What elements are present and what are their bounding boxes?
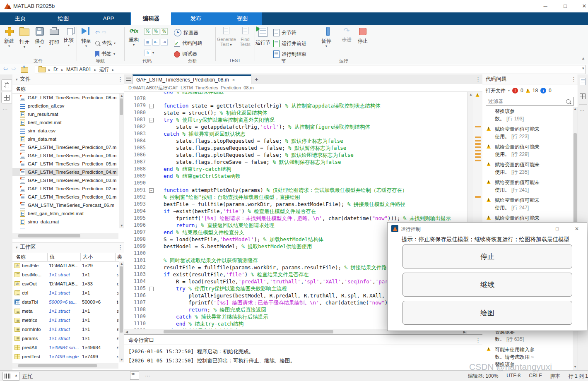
issue-item[interactable]: 替换该参数。[行 193] (482, 108, 573, 122)
warning-mark[interactable] (475, 143, 481, 145)
file-item[interactable]: prediction_all.csv (12, 102, 118, 110)
files-vscrollbar[interactable]: ▲ ▼ (119, 93, 124, 228)
back-arrow-icon[interactable]: ⇦ (95, 29, 100, 35)
run-to-end-button[interactable]: 运行到结束 (273, 50, 306, 58)
new-button[interactable]: 新建▾ (1, 27, 17, 48)
issue-line-ref[interactable]: [行 241] (511, 187, 529, 193)
workspace-variable-row[interactable]: metrics1×1 struct1×1s (12, 316, 118, 325)
up-one-level-icon[interactable] (21, 67, 28, 73)
workspace-variable-row[interactable]: chbestFile'D:\MATLAB...1×29c (12, 261, 118, 271)
refactor-button[interactable]: ⟳fx重构▾ (125, 27, 142, 47)
scope-dropdown-caret[interactable]: ▾ (508, 89, 510, 92)
workspace-column-headers[interactable]: 名称 值 大小 类 (12, 252, 124, 262)
warning-mark[interactable] (475, 137, 481, 138)
tab-apps[interactable]: APP (96, 12, 121, 25)
nav-back-icon[interactable]: ⇦ (3, 65, 8, 72)
compare-button[interactable]: 比较▾ (60, 27, 77, 47)
command-window-header[interactable]: 命令行窗口 (124, 335, 482, 345)
format-tools[interactable]: fi▾ (144, 50, 154, 56)
indent-right-icon[interactable]: ⇥ (161, 39, 168, 46)
file-item[interactable]: GAF_LSTM_TimeSeries_Prediction_06.m (12, 151, 118, 160)
outline-panel-toggle[interactable] (580, 93, 586, 101)
issue-item[interactable]: 赋给变量的值可能未使用。[行 223] (482, 125, 573, 140)
status-overflow-icon[interactable]: ⋯ (145, 373, 151, 379)
workspace-variable-row[interactable]: params1×1 struct1×1s (12, 334, 118, 343)
file-item[interactable]: simu_data.mat (12, 218, 118, 226)
file-item[interactable]: GAF_LSTM_TimeSeries_Prediction_07.m (12, 143, 118, 151)
issues-filter-input[interactable] (486, 98, 566, 104)
code-fold-icon[interactable]: – (149, 188, 154, 193)
warning-mark[interactable] (475, 126, 481, 127)
comment-tools[interactable]: %%% (144, 28, 168, 35)
find-button[interactable]: 查找▾ (95, 40, 116, 47)
status-panes-toggle[interactable] (2, 372, 20, 381)
workspace-panel-menu-icon[interactable]: ⋮ (118, 244, 123, 250)
bookmark-button[interactable]: 书签▾ (95, 50, 115, 58)
issue-item[interactable]: 赋给变量的值可能未使用。[行 235] (482, 161, 573, 176)
run-section-button[interactable]: 运行节 (254, 27, 272, 46)
issue-line-ref[interactable]: [行 798] (506, 369, 524, 369)
comment-block-icon[interactable]: % (161, 28, 168, 35)
issue-line-ref[interactable]: [行 229] (511, 151, 529, 157)
workspace-variable-row[interactable]: meta1×1 struct1×1s (12, 307, 118, 316)
files-panel-header[interactable]: ▾ 文件 (12, 74, 124, 84)
layout-panel-toggle[interactable] (1, 92, 12, 103)
command-window[interactable]: 命令行窗口 ⋮ [2026-01-05 15:32:50] 程序启动：初始化完成… (124, 334, 482, 371)
issue-item[interactable]: 赋给变量的值可能未使用。[行 229] (482, 143, 573, 158)
code-issues-button[interactable]: 代码问题 (174, 40, 202, 47)
scope-dropdown[interactable]: 打开文件 (486, 87, 506, 94)
file-item[interactable]: sim_data.mat (12, 135, 118, 143)
breadcrumb-subfolder[interactable]: 运行 (99, 66, 109, 73)
issue-item[interactable]: 赋给变量的值可能未使用。[行 241] (482, 179, 573, 194)
dialog-continue-button[interactable]: 继续 (402, 273, 572, 297)
window-maximize-button[interactable]: □ (559, 2, 571, 11)
code-fold-icon[interactable]: – (149, 118, 154, 122)
tab-view[interactable]: 视图 (229, 12, 255, 25)
editor-tab-list-icon[interactable] (126, 76, 132, 82)
code-fold-icon[interactable]: – (149, 104, 154, 108)
status-encoding[interactable]: UTF-8 (506, 373, 521, 380)
fi-icon[interactable]: fi (144, 50, 151, 56)
workspace-variable-row[interactable]: predTest1×7499 single1×7499si (12, 352, 118, 362)
tab-editor[interactable]: 编辑器 (131, 12, 171, 25)
status-eol[interactable]: CRLF (529, 373, 542, 380)
window-close-button[interactable]: ✕ (578, 2, 588, 11)
issue-item[interactable]: 赋给变量的值可能未使用。[行 247] (482, 196, 573, 211)
dialog-stop-button[interactable]: 停止 (402, 244, 572, 268)
indent-tools[interactable]: ≣⇤⇥ (144, 39, 168, 46)
file-item[interactable]: GAN_LSTM_TimeSeries_Forecast_06.m (12, 201, 118, 209)
files-panel-menu-icon[interactable]: ⋮ (118, 76, 123, 82)
file-item[interactable]: GAF_LSTM_TimeSeries_Prediction_02.m (12, 185, 118, 193)
editor-menu-icon[interactable]: ⋮ (475, 76, 481, 82)
workspace-panel-header[interactable]: ▾ 工作区 (12, 242, 124, 252)
warning-mark[interactable] (475, 196, 481, 198)
issues-filter-box[interactable] (486, 97, 574, 106)
strip-overflow-icon[interactable]: ⋯ (579, 108, 585, 113)
tab-close-icon[interactable]: × (232, 77, 235, 82)
file-item[interactable]: GAF_LSTM_TimeSeries_Prediction_04.m (12, 168, 118, 176)
workspace-variable-row[interactable]: chcsvOut'D:\MATLAB...1×33c (12, 280, 118, 289)
warning-mark[interactable] (475, 140, 481, 141)
warning-mark[interactable] (475, 160, 481, 161)
issue-line-ref[interactable]: [行 193] (506, 116, 524, 122)
comment-icon[interactable]: % (144, 28, 151, 35)
issue-line-ref[interactable]: [行 223] (511, 134, 529, 139)
warning-mark[interactable] (475, 150, 481, 151)
goto-button[interactable]: 转至▾ (78, 27, 94, 48)
file-item[interactable]: best_model.mat (12, 118, 118, 127)
dialog-title-bar[interactable]: 运行控制 ─ □ ✕ (388, 223, 587, 235)
command-prompt-icon[interactable]: ≫ (130, 371, 139, 380)
collapse-icon[interactable]: ▾ (16, 77, 18, 81)
dialog-minimize-button[interactable]: ─ (537, 226, 540, 232)
uncomment-icon[interactable]: % (152, 28, 159, 35)
issue-item[interactable]: 可能未使用输入参数。请考虑改用 ~替换该参数。[行 798] (482, 346, 573, 369)
strip-overflow-icon[interactable]: ⋯ (2, 107, 8, 113)
debugger-button[interactable]: 调试器 (174, 50, 197, 58)
editor-tab[interactable]: GAF_LSTM_TimeSeries_Prediction_08.m × (133, 74, 251, 84)
code-fold-icon[interactable]: – (149, 287, 154, 291)
file-item[interactable]: simu_data.csv (12, 226, 118, 228)
run-control-dialog[interactable]: 运行控制 ─ □ ✕ 提示：停止将保存最佳模型；继续将恢复运行；绘图将加载最佳模… (387, 222, 587, 331)
profiler-button[interactable]: 探查器 (174, 29, 198, 36)
run-advance-button[interactable]: 运行并前进 (273, 40, 306, 47)
pause-button[interactable]: 暂停▾ (318, 27, 335, 48)
